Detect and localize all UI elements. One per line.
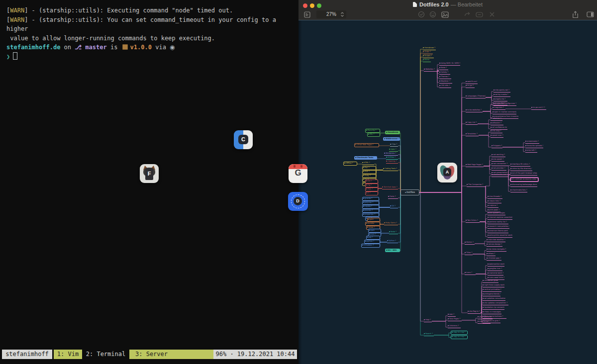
mindmap-node[interactable]: im-po-xml-2 ? — [531, 106, 546, 110]
mindmap-node[interactable]: internet explorer essentials ? — [488, 216, 512, 220]
mindmap-node[interactable]: interface lift colors ? — [510, 163, 530, 167]
mindmap-node[interactable]: plombir ? — [362, 209, 379, 213]
mindmap-node[interactable]: Help ? — [424, 319, 432, 322]
mindmap-node[interactable]: Webbrowser ? — [383, 137, 400, 141]
app-icon-d[interactable]: D — [288, 192, 308, 211]
mindmap-node[interactable]: Node ? — [389, 231, 398, 234]
mindmap-node[interactable]: amp-talk ? — [525, 149, 537, 153]
app-icon-f[interactable]: F — [140, 164, 159, 183]
mindmap-node[interactable]: Wayfarer ? — [439, 80, 452, 84]
mindmap-node[interactable]: canvas-design ? — [487, 243, 502, 247]
mindmap-node[interactable]: polymer ? — [362, 201, 379, 205]
mindmap-node[interactable]: Security ? — [365, 129, 380, 133]
mindmap-node[interactable]: grande ? — [362, 197, 379, 201]
mindmap-node[interactable]: extra prints essential works ? — [488, 234, 512, 238]
mindmap-node[interactable]: CSS XML ? — [439, 85, 451, 88]
mindmap-node[interactable]: night forex supply work ? — [483, 284, 504, 287]
mindmap-node[interactable]: pip ? — [366, 236, 380, 240]
mindmap-node[interactable]: Languages (Themes) ? — [466, 95, 486, 98]
mindmap-node[interactable]: one-step ? — [491, 130, 502, 133]
mindmap-node[interactable]: net-provider ? — [492, 167, 506, 171]
terminal-prompt[interactable]: ❯ — [6, 52, 297, 62]
mindmap-node[interactable]: screencasts ? — [525, 140, 539, 144]
mindmap-node[interactable]: one-speak ? — [492, 158, 504, 162]
mindmap-node[interactable]: Templates ? — [466, 133, 479, 136]
mindmap-node[interactable]: speed-over ? — [491, 134, 503, 138]
mindmap-node[interactable]: adhesion ? — [491, 122, 503, 125]
mindmap-node[interactable]: Homebrew ? — [423, 47, 436, 50]
mindmap-node[interactable]: Checkmate Tests — [354, 156, 377, 160]
mindmap-node[interactable]: Cleaning ? — [386, 160, 398, 164]
mindmap-node[interactable]: open in market commentary ? — [493, 111, 516, 114]
mindmap-node[interactable]: Python ? — [387, 240, 398, 243]
mindmap-node[interactable]: american theme park ? — [488, 230, 508, 233]
app-icon-a[interactable]: A — [437, 163, 457, 182]
mindmap-node[interactable]: Fonts ? — [388, 195, 398, 199]
app-icon-g[interactable]: G — [289, 164, 307, 183]
outline-panel-icon[interactable] — [302, 10, 311, 18]
mindmap-node[interactable]: liquidation rip connection ? — [483, 306, 504, 310]
mindmap-node[interactable]: PHP ? — [362, 170, 376, 174]
mindmap-node[interactable]: secure-petal ? — [493, 102, 507, 105]
mindmap-node[interactable]: Offline ? — [343, 162, 357, 166]
collapse-node-icon[interactable] — [475, 10, 484, 18]
tmux-window-server[interactable]: 3: Server — [129, 350, 213, 359]
mindmap-node[interactable]: angels.me ? — [494, 98, 507, 101]
mindmap-node[interactable]: npm — [368, 229, 381, 233]
mindmap-node[interactable]: favourite uploads ? — [525, 145, 543, 148]
media-image-icon[interactable] — [440, 10, 449, 18]
delete-node-icon[interactable] — [488, 10, 497, 18]
mindmap-node[interactable]: classic-lists ? — [488, 200, 501, 203]
mindmap-node[interactable]: Face Pages ? — [448, 318, 462, 321]
mindmap-node[interactable]: net-working ? — [492, 154, 505, 157]
mindmap-node[interactable]: Web Page Pages ? — [466, 164, 484, 167]
mindmap-node[interactable]: Titles ? — [465, 252, 473, 255]
mindmap-node[interactable]: bundler — [365, 222, 380, 226]
mindmap-node[interactable]: Using NVM / N / NPM ? — [439, 62, 460, 66]
mindmap-node[interactable]: Apps ? — [389, 148, 398, 152]
mindmap-node[interactable]: Alfred Web Pages ? — [354, 143, 379, 147]
mindmap-node[interactable]: Ruby Gems ? — [384, 222, 398, 225]
tmux-window-vim[interactable]: 1: Vim — [54, 350, 82, 359]
mindmap-node[interactable]: python ? — [364, 240, 380, 244]
mindmap-node[interactable]: set palettes consultation ? — [483, 297, 505, 301]
tmux-window-terminal[interactable]: 2: Terminal — [86, 350, 126, 359]
mindmap-node[interactable]: Themes ? — [439, 76, 451, 79]
sticker-icon[interactable] — [428, 10, 437, 18]
task-checkbox-icon[interactable] — [417, 10, 426, 18]
mindmap-node[interactable]: Perl ? — [362, 166, 376, 170]
mindmap-node[interactable]: amp 625x ? — [478, 320, 491, 324]
mindmap-root-node[interactable]: Dotfiles — [400, 189, 419, 195]
mindmap-node[interactable]: mte-sports.net ? — [494, 89, 510, 92]
mindmap-node[interactable]: Copy List ? — [466, 121, 478, 125]
mindmap-node[interactable]: Node ? — [439, 67, 448, 70]
mindmap-node[interactable]: net-connection ? — [492, 163, 508, 166]
mindmap-node[interactable]: majorca ? — [488, 204, 498, 208]
mindmap-node[interactable]: eco-system pages ? — [488, 212, 505, 215]
mindmap-node[interactable]: set-by-maske ? — [494, 93, 510, 97]
mindmap-canvas[interactable]: DotfilesHomebrew ?Order ?Scripts ?Mirror… — [298, 20, 597, 364]
mindmap-node[interactable]: Git ? — [390, 205, 398, 208]
mindmap-node[interactable]: Motion ? — [465, 241, 475, 245]
mindmap-node[interactable]: copy to crop ? — [451, 331, 468, 335]
mindmap-node[interactable]: Gatsby ? — [439, 71, 450, 75]
app-icon-c[interactable]: C — [234, 130, 253, 149]
mindmap-node[interactable]: Search ? — [424, 333, 434, 336]
mindmap-node[interactable]: checkmate.net ? — [492, 174, 508, 177]
mindmap-node[interactable]: Git ? — [365, 180, 378, 183]
mindmap-node[interactable]: chess co messages ? — [483, 311, 501, 314]
mindmap-node[interactable]: Websites ? — [424, 68, 439, 72]
mindmap-node[interactable]: protogene blends ? — [483, 293, 500, 296]
mindmap-node[interactable]: Order ? — [423, 51, 433, 54]
zoom-level-control[interactable]: 27% — [316, 10, 346, 18]
mindmap-node[interactable]: R ? — [365, 191, 378, 195]
mindmap-node[interactable]: web25.xml ? — [466, 81, 478, 84]
mindmap-node[interactable]: Ruby ? — [362, 174, 376, 178]
mindmap-node[interactable]: others ? — [487, 253, 496, 256]
mindmap-node[interactable]: connexion-glide ? — [483, 279, 498, 283]
mindmap-node[interactable]: coyote ? — [362, 205, 379, 209]
mindmap-node[interactable]: ref confidence to ? — [491, 126, 507, 130]
mindmap-node[interactable]: discovering betterpage docs ? — [510, 183, 537, 187]
mindmap-node[interactable]: Homebrew — [385, 131, 400, 134]
inspector-panel-icon[interactable] — [586, 10, 595, 18]
